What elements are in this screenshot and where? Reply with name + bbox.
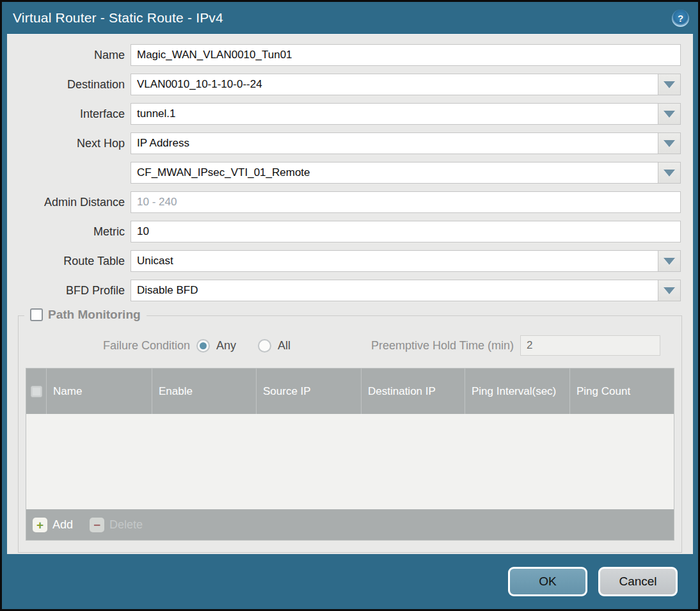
table-body-empty bbox=[26, 414, 674, 509]
plus-icon: + bbox=[33, 518, 47, 532]
dialog-title: Virtual Router - Static Route - IPv4 bbox=[13, 10, 223, 26]
preemptive-hold-time-input[interactable] bbox=[520, 335, 660, 356]
next-hop-type-input[interactable] bbox=[131, 132, 658, 154]
preemptive-hold-time-label: Preemptive Hold Time (min) bbox=[371, 339, 520, 353]
interface-dropdown-button[interactable] bbox=[658, 103, 681, 125]
table-header-ping-count: Ping Count bbox=[570, 369, 674, 414]
table-footer-bar: + Add − Delete bbox=[26, 509, 674, 540]
bfd-profile-input[interactable] bbox=[131, 280, 658, 301]
table-header-row: Name Enable Source IP Destination IP Pin… bbox=[26, 369, 674, 414]
dialog-footer: OK Cancel bbox=[2, 554, 698, 609]
interface-combo bbox=[131, 103, 681, 125]
name-input[interactable] bbox=[131, 44, 681, 66]
admin-distance-control bbox=[131, 191, 681, 213]
form-row-metric: Metric bbox=[7, 221, 681, 242]
failure-condition-radio-any[interactable]: Any bbox=[196, 339, 236, 353]
form-row-route-table: Route Table bbox=[7, 250, 681, 272]
name-control bbox=[131, 44, 681, 66]
failure-condition-row: Failure Condition Any All Preemptive Hol… bbox=[19, 335, 681, 356]
interface-input[interactable] bbox=[131, 103, 658, 125]
next-hop-label: Next Hop bbox=[7, 137, 131, 150]
radio-dot bbox=[200, 342, 207, 349]
radio-unselected-icon bbox=[258, 339, 271, 353]
destination-label: Destination bbox=[7, 78, 131, 91]
chevron-down-icon bbox=[664, 81, 675, 88]
form-row-next-hop: Next Hop bbox=[7, 132, 681, 154]
help-icon[interactable]: ? bbox=[672, 10, 689, 27]
form-row-destination: Destination bbox=[7, 74, 681, 95]
metric-input[interactable] bbox=[131, 221, 681, 242]
route-table-label: Route Table bbox=[7, 255, 131, 268]
next-hop-dropdown-button[interactable] bbox=[658, 132, 681, 154]
route-table-dropdown-button[interactable] bbox=[658, 250, 681, 272]
bfd-profile-label: BFD Profile bbox=[7, 284, 131, 298]
chevron-down-icon bbox=[664, 170, 675, 177]
form-row-interface: Interface bbox=[7, 103, 681, 125]
admin-distance-label: Admin Distance bbox=[7, 196, 131, 209]
radio-selected-icon bbox=[196, 339, 210, 353]
path-monitoring-label: Path Monitoring bbox=[48, 308, 141, 322]
delete-button[interactable]: − Delete bbox=[90, 518, 143, 532]
destination-combo bbox=[131, 74, 681, 95]
failure-condition-all-label: All bbox=[278, 339, 290, 353]
path-monitoring-legend: Path Monitoring bbox=[24, 308, 147, 322]
add-button-label: Add bbox=[52, 518, 73, 532]
name-label: Name bbox=[7, 49, 131, 62]
add-button[interactable]: + Add bbox=[33, 518, 73, 532]
path-monitoring-table: Name Enable Source IP Destination IP Pin… bbox=[26, 368, 674, 541]
failure-condition-any-label: Any bbox=[216, 339, 236, 353]
bfd-profile-dropdown-button[interactable] bbox=[658, 280, 681, 301]
failure-condition-label: Failure Condition bbox=[19, 339, 196, 353]
chevron-down-icon bbox=[664, 140, 675, 147]
destination-dropdown-button[interactable] bbox=[658, 74, 681, 95]
destination-input[interactable] bbox=[131, 74, 658, 95]
ok-button[interactable]: OK bbox=[508, 567, 587, 596]
next-hop-address-dropdown-button[interactable] bbox=[658, 162, 681, 184]
metric-label: Metric bbox=[7, 225, 131, 239]
failure-condition-radio-all[interactable]: All bbox=[258, 339, 290, 353]
path-monitoring-checkbox[interactable] bbox=[30, 308, 43, 321]
table-header-select-all[interactable] bbox=[26, 369, 47, 414]
chevron-down-icon bbox=[664, 111, 675, 118]
help-icon-glyph: ? bbox=[678, 13, 683, 24]
minus-icon: − bbox=[90, 518, 104, 532]
admin-distance-input[interactable] bbox=[131, 191, 681, 213]
table-header-source-ip: Source IP bbox=[257, 369, 362, 414]
next-hop-address-input[interactable] bbox=[131, 162, 658, 184]
form-row-bfd-profile: BFD Profile bbox=[7, 280, 681, 301]
form-row-next-hop-address bbox=[7, 162, 681, 184]
form-row-admin-distance: Admin Distance bbox=[7, 191, 681, 213]
table-header-ping-interval: Ping Interval(sec) bbox=[465, 369, 570, 414]
dialog-content: Name Destination Interface bbox=[7, 34, 693, 554]
chevron-down-icon bbox=[664, 287, 675, 294]
path-monitoring-section: Path Monitoring Failure Condition Any Al… bbox=[18, 315, 682, 553]
dialog-window: Virtual Router - Static Route - IPv4 ? N… bbox=[0, 0, 700, 611]
cancel-button[interactable]: Cancel bbox=[598, 567, 678, 596]
bfd-profile-combo bbox=[131, 280, 681, 301]
dialog-frame: Virtual Router - Static Route - IPv4 ? N… bbox=[2, 2, 698, 609]
title-bar: Virtual Router - Static Route - IPv4 ? bbox=[2, 2, 698, 34]
table-header-name: Name bbox=[47, 369, 152, 414]
route-table-input[interactable] bbox=[131, 250, 658, 272]
plus-icon-glyph: + bbox=[36, 519, 44, 531]
minus-icon-glyph: − bbox=[93, 519, 100, 531]
metric-control bbox=[131, 221, 681, 242]
route-table-combo bbox=[131, 250, 681, 272]
delete-button-label: Delete bbox=[109, 518, 143, 532]
table-header-destination-ip: Destination IP bbox=[362, 369, 465, 414]
interface-label: Interface bbox=[7, 107, 131, 121]
form-row-name: Name bbox=[7, 44, 681, 66]
next-hop-combo bbox=[131, 132, 681, 154]
chevron-down-icon bbox=[664, 258, 675, 265]
next-hop-address-combo bbox=[131, 162, 681, 184]
table-header-enable: Enable bbox=[152, 369, 257, 414]
select-all-checkbox[interactable] bbox=[31, 386, 42, 397]
